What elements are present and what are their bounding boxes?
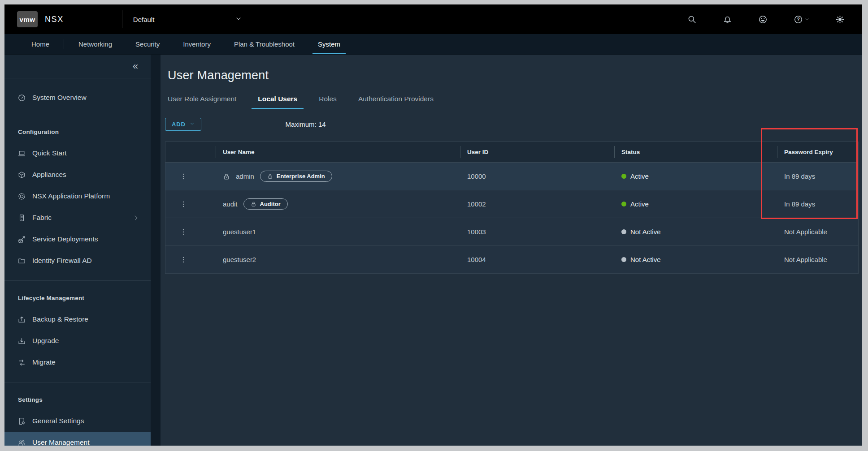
- nav-tab-networking[interactable]: Networking: [67, 34, 124, 54]
- sidebar-group: Lifecycle ManagementBackup & RestoreUpgr…: [4, 281, 151, 373]
- sidebar-item-migrate[interactable]: Migrate: [4, 352, 151, 373]
- project-selector-dropdown[interactable]: Default: [133, 16, 242, 23]
- top-bar: vmw NSX Default ?: [4, 4, 862, 34]
- sidebar-collapse-button[interactable]: «: [133, 61, 138, 71]
- role-badge-label: Enterprise Admin: [277, 173, 325, 180]
- nav-tab-plan-troubleshoot[interactable]: Plan & Troubleshoot: [222, 34, 306, 54]
- sidebar-header: «: [4, 55, 151, 78]
- status-label: Active: [630, 200, 649, 208]
- theme-sun-icon[interactable]: [835, 15, 845, 24]
- sidebar-item-label: General Settings: [32, 417, 84, 425]
- password-expiry-cell: Not Applicable: [777, 256, 858, 263]
- sidebar-group: ConfigurationQuick StartAppliancesNSX Ap…: [4, 115, 151, 271]
- search-icon[interactable]: [687, 15, 697, 24]
- status-inactive-dot: [621, 229, 626, 234]
- backup-icon: [18, 316, 26, 323]
- status-cell: Not Active: [614, 256, 777, 263]
- tab-authentication-providers[interactable]: Authentication Providers: [358, 92, 434, 109]
- lock-icon: [223, 173, 230, 180]
- content-gutter: [151, 55, 161, 446]
- user-name-cell: guestuser2: [216, 256, 460, 263]
- migrate-icon: [18, 359, 26, 366]
- table-row-guestuser2[interactable]: guestuser210004Not ActiveNot Applicable: [165, 246, 858, 274]
- maximum-label: Maximum: 14: [286, 120, 326, 128]
- cube-icon: [18, 171, 26, 179]
- sidebar-item-label: Quick Start: [32, 149, 67, 157]
- status-cell: Not Active: [614, 228, 777, 236]
- table-row-audit[interactable]: auditAuditor10002ActiveIn 89 days: [165, 190, 858, 218]
- row-menu-kebab-icon[interactable]: [165, 256, 216, 263]
- role-badge-enterprise-admin: Enterprise Admin: [260, 171, 332, 182]
- user-name: audit: [223, 200, 238, 208]
- toolbar: ADD Maximum: 14: [165, 117, 862, 131]
- column-header-password-expiry[interactable]: Password Expiry: [777, 142, 858, 162]
- tab-user-role-assignment[interactable]: User Role Assignment: [168, 92, 236, 109]
- user-id-cell: 10003: [460, 228, 614, 236]
- sidebar-section-lifecycle-management: Lifecycle Management: [4, 287, 151, 309]
- lock-icon: [251, 201, 256, 207]
- password-expiry-cell: In 89 days: [777, 172, 858, 180]
- feedback-smiley-icon[interactable]: [758, 15, 768, 24]
- column-header-user-name[interactable]: User Name: [216, 142, 460, 162]
- vmware-logo-text: vmw: [20, 16, 35, 23]
- sidebar-group: System Overview: [4, 78, 151, 115]
- platform-icon: [18, 193, 26, 200]
- deploy-icon: [18, 236, 26, 243]
- nav-tab-inventory[interactable]: Inventory: [171, 34, 222, 54]
- status-active-dot: [621, 202, 626, 206]
- column-header-user-id[interactable]: User ID: [460, 142, 614, 162]
- tab-roles[interactable]: Roles: [319, 92, 337, 109]
- status-label: Not Active: [630, 256, 661, 263]
- vmware-logo: vmw: [17, 11, 38, 27]
- password-expiry-cell: In 89 days: [777, 200, 858, 208]
- tab-local-users[interactable]: Local Users: [258, 92, 297, 109]
- sidebar-item-backup-restore[interactable]: Backup & Restore: [4, 309, 151, 330]
- status-active-dot: [621, 174, 626, 179]
- sidebar-item-service-deployments[interactable]: Service Deployments: [4, 228, 151, 250]
- content-panel: User Management User Role AssignmentLoca…: [161, 55, 862, 446]
- sidebar-item-identity-firewall-ad[interactable]: Identity Firewall AD: [4, 250, 151, 271]
- sidebar-section-settings: Settings: [4, 389, 151, 410]
- column-header-status[interactable]: Status: [614, 142, 777, 162]
- chevron-right-icon: [133, 215, 139, 221]
- row-menu-kebab-icon[interactable]: [165, 228, 216, 236]
- row-menu-kebab-icon[interactable]: [165, 173, 216, 180]
- sidebar-item-label: Appliances: [32, 171, 66, 179]
- nav-tab-security[interactable]: Security: [124, 34, 171, 54]
- nav-tab-system[interactable]: System: [306, 34, 352, 54]
- page-title: User Management: [168, 67, 862, 83]
- sidebar-item-label: Upgrade: [32, 337, 59, 345]
- sidebar-item-upgrade[interactable]: Upgrade: [4, 330, 151, 352]
- project-selector-value: Default: [133, 16, 155, 23]
- sidebar-item-system-overview[interactable]: System Overview: [4, 87, 151, 108]
- user-name: guestuser1: [223, 228, 256, 236]
- folder-icon: [18, 257, 26, 265]
- table-row-admin[interactable]: adminEnterprise Admin10000ActiveIn 89 da…: [165, 163, 858, 190]
- row-menu-kebab-icon[interactable]: [165, 201, 216, 208]
- status-label: Not Active: [630, 228, 661, 236]
- notifications-bell-icon[interactable]: [723, 15, 732, 24]
- users-icon: [18, 439, 26, 446]
- add-button[interactable]: ADD: [165, 118, 201, 131]
- laptop-icon: [18, 150, 26, 157]
- sidebar-item-general-settings[interactable]: General Settings: [4, 410, 151, 432]
- settings-doc-icon: [18, 417, 26, 425]
- nav-tab-home[interactable]: Home: [20, 34, 61, 54]
- user-id-cell: 10002: [460, 200, 614, 208]
- user-name: guestuser2: [223, 256, 256, 263]
- journal-icon: [18, 214, 26, 222]
- sidebar-item-appliances[interactable]: Appliances: [4, 164, 151, 185]
- nsx-app-window: vmw NSX Default ? HomeNetworkingSecurity…: [4, 4, 862, 446]
- sidebar-item-fabric[interactable]: Fabric: [4, 207, 151, 228]
- sidebar-item-quick-start[interactable]: Quick Start: [4, 142, 151, 164]
- status-inactive-dot: [621, 257, 626, 262]
- table-row-guestuser1[interactable]: guestuser110003Not ActiveNot Applicable: [165, 218, 858, 246]
- column-header-actions: [165, 142, 216, 162]
- help-icon[interactable]: ?: [794, 15, 809, 24]
- sidebar-item-user-management[interactable]: User Management: [4, 432, 151, 446]
- sidebar-item-nsx-application-platform[interactable]: NSX Application Platform: [4, 185, 151, 207]
- status-cell: Active: [614, 172, 777, 180]
- topbar-divider: [122, 10, 122, 28]
- chevron-down-icon: [805, 15, 809, 23]
- sidebar-item-label: User Management: [32, 438, 90, 446]
